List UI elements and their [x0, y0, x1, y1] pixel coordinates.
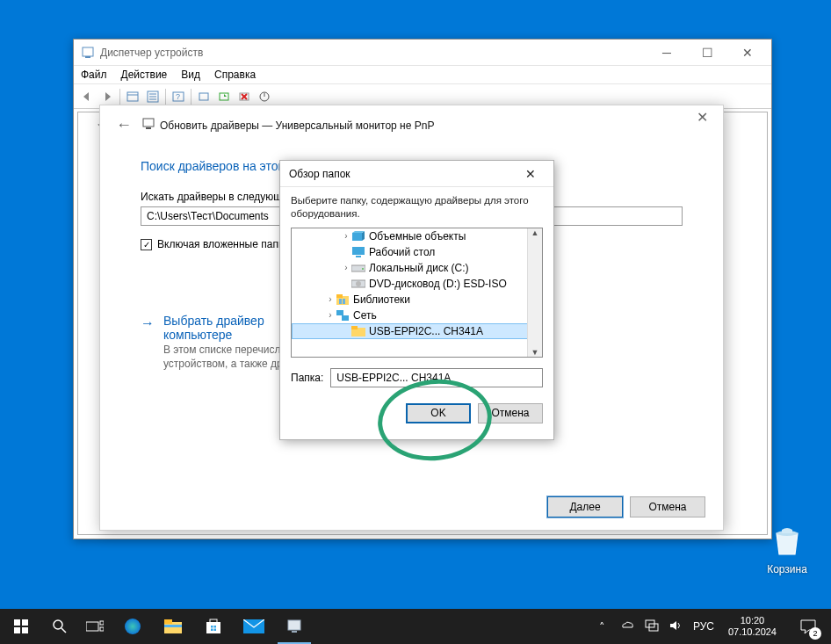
- expand-icon[interactable]: ›: [341, 263, 351, 272]
- svg-rect-33: [22, 619, 28, 626]
- folder-label: Папка:: [291, 372, 323, 384]
- taskbar: ˄ РУС 10:20 07.10.2024 2: [0, 609, 831, 644]
- tree-item-label: Сеть: [353, 309, 377, 322]
- tree-item-label: USB-EPPI2C... CH341A: [369, 325, 483, 337]
- svg-rect-30: [351, 326, 358, 329]
- svg-rect-28: [342, 315, 349, 321]
- expand-icon[interactable]: ›: [325, 310, 336, 320]
- menu-view[interactable]: Вид: [174, 67, 207, 83]
- recycle-bin[interactable]: Корзина: [761, 523, 813, 575]
- svg-rect-14: [143, 119, 154, 127]
- tree-item[interactable]: ›Локальный диск (C:): [292, 260, 542, 276]
- svg-line-37: [61, 628, 66, 633]
- include-sub-checkbox[interactable]: ✓: [141, 239, 152, 250]
- mail-icon[interactable]: [234, 609, 274, 644]
- desktop-icon: [351, 246, 365, 258]
- wizard-back-icon[interactable]: ←: [116, 116, 132, 134]
- svg-rect-2: [127, 92, 138, 101]
- svg-rect-35: [22, 627, 28, 633]
- svg-rect-26: [343, 299, 345, 304]
- search-icon[interactable]: [42, 609, 77, 644]
- cancel-button[interactable]: Отмена: [630, 496, 705, 517]
- tree-item-label: Локальный диск (C:): [369, 262, 469, 274]
- edge-icon[interactable]: [112, 609, 153, 644]
- tree-item-label: Объемные объекты: [369, 230, 466, 242]
- drive-icon: [351, 262, 365, 274]
- prop-icon[interactable]: [143, 87, 163, 106]
- tree-item-label: Рабочий стол: [369, 246, 435, 258]
- expand-icon[interactable]: ›: [341, 231, 351, 241]
- menu-help[interactable]: Справка: [207, 67, 263, 83]
- wizard-close-button[interactable]: ✕: [688, 109, 716, 130]
- browse-desc: Выберите папку, содержащую драйверы для …: [280, 187, 553, 228]
- clock[interactable]: 10:20 07.10.2024: [723, 615, 782, 637]
- svg-text:?: ?: [176, 92, 180, 101]
- svg-rect-44: [164, 625, 182, 627]
- tree-item[interactable]: ›Объемные объекты: [292, 228, 542, 244]
- explorer-icon[interactable]: [153, 609, 193, 644]
- task-view-icon[interactable]: [77, 609, 112, 644]
- back-icon[interactable]: [77, 87, 97, 106]
- update-icon[interactable]: [214, 87, 234, 106]
- help-icon[interactable]: ?: [169, 87, 188, 106]
- expand-icon[interactable]: ›: [325, 294, 336, 304]
- svg-rect-15: [146, 127, 151, 129]
- scrollbar[interactable]: ▲▼: [527, 228, 542, 357]
- svg-rect-17: [352, 247, 365, 255]
- disable-icon[interactable]: [255, 87, 274, 106]
- tree-item-label: DVD-дисковод (D:) ESD-ISO: [369, 278, 507, 290]
- next-button[interactable]: Далее: [547, 496, 623, 517]
- tree-item[interactable]: Рабочий стол: [292, 244, 542, 260]
- monitor-icon: [142, 118, 155, 134]
- include-sub-label: Включая вложенные папк: [157, 238, 283, 250]
- svg-rect-39: [100, 621, 104, 625]
- tree-item-label: Библиотеки: [353, 293, 410, 306]
- close-button[interactable]: ✕: [727, 40, 768, 65]
- tree-item[interactable]: ›Сеть: [292, 308, 542, 323]
- scan-icon[interactable]: [194, 87, 213, 106]
- forward-icon[interactable]: [98, 87, 117, 106]
- systray: ˄ РУС 10:20 07.10.2024 2: [595, 609, 831, 644]
- language-indicator[interactable]: РУС: [693, 620, 714, 633]
- svg-rect-34: [14, 627, 20, 633]
- devmgr-icon: [81, 46, 95, 60]
- svg-point-22: [356, 281, 361, 286]
- titlebar[interactable]: Диспетчер устройств ─ ☐ ✕: [74, 40, 771, 66]
- tree-item[interactable]: USB-EPPI2C... CH341A: [292, 323, 542, 339]
- browse-close-button[interactable]: ✕: [513, 167, 548, 181]
- menu-file[interactable]: Файл: [74, 67, 114, 83]
- svg-point-36: [54, 620, 62, 629]
- notification-icon[interactable]: 2: [791, 609, 826, 644]
- show-hidden-icon[interactable]: [123, 87, 142, 106]
- folder-input[interactable]: [330, 368, 543, 387]
- menu-action[interactable]: Действие: [114, 67, 175, 83]
- start-button[interactable]: [0, 609, 42, 644]
- browse-cancel-button[interactable]: Отмена: [478, 403, 543, 423]
- maximize-button[interactable]: ☐: [687, 40, 727, 65]
- volume-icon[interactable]: [668, 619, 684, 634]
- svg-rect-1: [85, 56, 90, 58]
- svg-rect-40: [100, 627, 104, 631]
- svg-rect-45: [206, 622, 220, 633]
- tree-item[interactable]: DVD-дисковод (D:) ESD-ISO: [292, 276, 542, 292]
- devmgr-taskbar-icon[interactable]: [274, 609, 314, 644]
- tree-item[interactable]: ›Библиотеки: [292, 292, 542, 308]
- net-icon: [336, 309, 350, 322]
- svg-rect-16: [352, 233, 362, 241]
- folder-icon: [351, 325, 365, 337]
- minimize-button[interactable]: ─: [647, 40, 687, 65]
- clock-time: 10:20: [728, 615, 777, 626]
- ok-button[interactable]: OK: [406, 403, 471, 423]
- onedrive-icon[interactable]: [619, 620, 635, 633]
- tray-up-icon[interactable]: ˄: [595, 620, 611, 633]
- store-icon[interactable]: [193, 609, 234, 644]
- svg-rect-0: [83, 47, 93, 56]
- network-icon[interactable]: [644, 619, 660, 634]
- recycle-bin-label: Корзина: [767, 563, 807, 575]
- folder-tree[interactable]: ›Объемные объектыРабочий стол›Локальный …: [291, 228, 543, 358]
- svg-point-41: [125, 619, 141, 634]
- svg-rect-38: [86, 622, 98, 631]
- uninstall-icon[interactable]: [235, 87, 254, 106]
- svg-rect-10: [199, 93, 208, 100]
- browse-folder-dialog: Обзор папок ✕ Выберите папку, содержащую…: [279, 160, 554, 440]
